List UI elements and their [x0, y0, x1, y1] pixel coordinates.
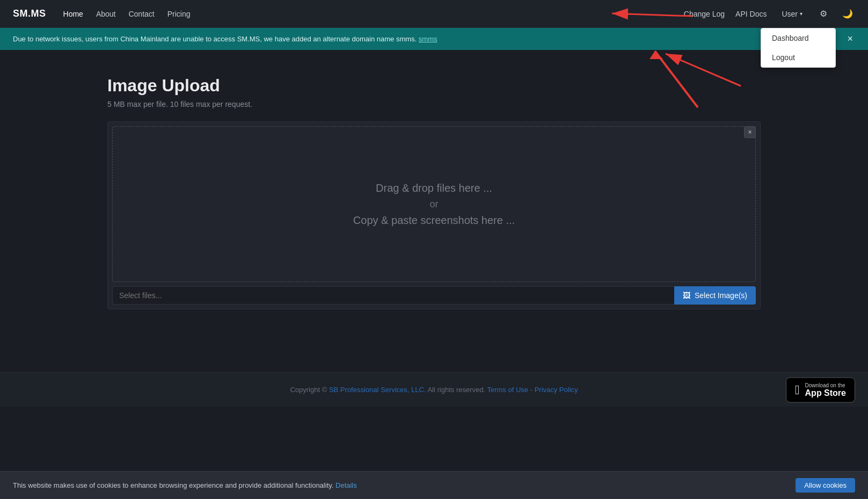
- alert-link[interactable]: smms: [419, 35, 437, 43]
- apidocs-link[interactable]: API Docs: [735, 10, 767, 18]
- user-dropdown: Dashboard Logout: [761, 28, 836, 68]
- footer: Copyright © SB Professional Services, LL…: [0, 372, 868, 407]
- cookie-text: This website makes use of cookies to enh…: [13, 481, 357, 489]
- cookie-banner: This website makes use of cookies to enh…: [0, 471, 868, 499]
- brand[interactable]: SM.MS: [13, 8, 46, 19]
- alert-message: Due to network issues, users from China …: [13, 35, 417, 43]
- store-main-label: App Store: [805, 388, 846, 397]
- copyright-text: Copyright ©: [290, 386, 327, 394]
- dropzone[interactable]: Drag & drop files here ... or Copy & pas…: [112, 126, 756, 282]
- page-subtitle: 5 MB max per file. 10 files max per requ…: [107, 100, 761, 109]
- settings-button[interactable]: ⚙: [818, 6, 829, 21]
- darkmode-button[interactable]: 🌙: [840, 6, 855, 21]
- cookie-accept-button[interactable]: Allow cookies: [796, 478, 855, 493]
- select-images-label: Select Image(s): [695, 291, 747, 300]
- alert-text: Due to network issues, users from China …: [13, 35, 437, 43]
- select-images-button[interactable]: 🖼 Select Image(s): [674, 286, 756, 305]
- user-label: User: [782, 10, 798, 18]
- cookie-details-link[interactable]: Details: [335, 481, 357, 489]
- separator: -: [530, 386, 535, 394]
- privacy-link[interactable]: Privacy Policy: [535, 386, 578, 394]
- dropzone-text-line3: Copy & paste screenshots here ...: [353, 214, 515, 227]
- apple-icon: : [795, 384, 800, 396]
- nav-pricing[interactable]: Pricing: [167, 10, 191, 18]
- upload-container: × Drag & drop files here ... or Copy & p…: [107, 121, 761, 309]
- changelog-link[interactable]: Change Log: [684, 10, 725, 18]
- cookie-message: This website makes use of cookies to enh…: [13, 481, 333, 489]
- alert-banner: Due to network issues, users from China …: [0, 28, 868, 50]
- nav-links: Home About Contact Pricing: [63, 10, 684, 18]
- terms-link[interactable]: Terms of Use: [487, 386, 528, 394]
- dropzone-text-line1: Drag & drop files here ...: [376, 182, 492, 194]
- user-menu-button[interactable]: User ▾: [777, 8, 807, 20]
- store-text: Download on the App Store: [805, 382, 846, 397]
- navbar: SM.MS Home About Contact Pricing Change …: [0, 0, 868, 28]
- dropdown-logout[interactable]: Logout: [761, 48, 835, 67]
- dropdown-dashboard[interactable]: Dashboard: [761, 28, 835, 48]
- alert-close-button[interactable]: ×: [845, 33, 855, 45]
- navbar-right: Change Log API Docs User ▾ ⚙ 🌙: [684, 6, 855, 21]
- rights-text: All rights reserved.: [427, 386, 485, 394]
- nav-home[interactable]: Home: [63, 10, 83, 18]
- moon-icon: 🌙: [842, 9, 853, 18]
- nav-contact[interactable]: Contact: [128, 10, 154, 18]
- page-title: Image Upload: [107, 76, 761, 96]
- settings-icon: ⚙: [820, 9, 827, 18]
- footer-text: Copyright © SB Professional Services, LL…: [13, 386, 855, 394]
- nav-about[interactable]: About: [96, 10, 116, 18]
- image-icon: 🖼: [683, 291, 690, 300]
- dropzone-text-or: or: [429, 199, 438, 210]
- store-sub-label: Download on the: [805, 382, 845, 388]
- file-input-row: 🖼 Select Image(s): [112, 286, 756, 305]
- app-store-button[interactable]:  Download on the App Store: [786, 377, 855, 402]
- upload-close-button[interactable]: ×: [744, 126, 756, 138]
- caret-icon: ▾: [800, 11, 803, 17]
- main-content: Image Upload 5 MB max per file. 10 files…: [0, 50, 868, 372]
- company-link[interactable]: SB Professional Services, LLC.: [329, 386, 426, 394]
- file-input[interactable]: [112, 286, 674, 305]
